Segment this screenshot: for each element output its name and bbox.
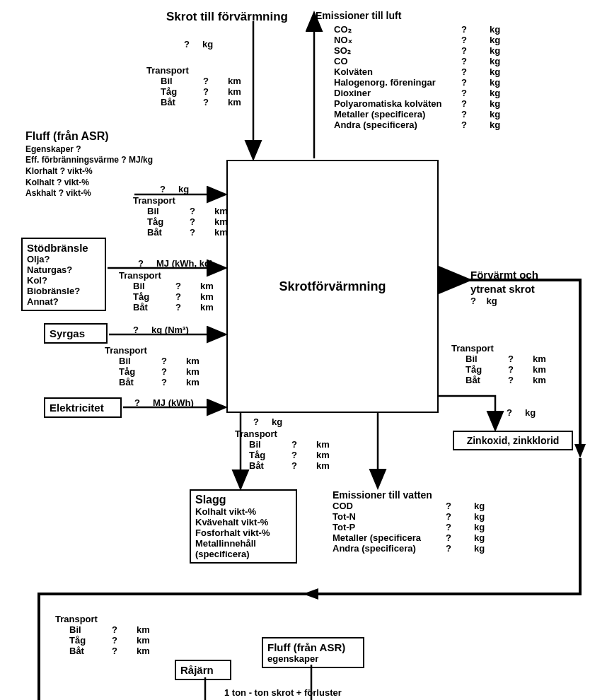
ew-unit: kg — [474, 501, 502, 511]
fluff-qty: ? kg — [160, 184, 189, 194]
stod-prop: Annat? — [27, 296, 100, 307]
ew-val: ? — [446, 511, 474, 522]
emiss-air-name: Polyaromatiska kolväten — [334, 98, 461, 109]
fluff2-title: Fluff (från ASR) — [267, 641, 359, 653]
t-unit: km — [316, 450, 345, 460]
emiss-air-val: ? — [461, 56, 490, 66]
forvarmt-unit: kg — [486, 296, 497, 306]
emiss-air-unit: kg — [490, 98, 518, 109]
svg-marker-9 — [303, 588, 318, 600]
emiss-air-name: CO — [334, 56, 461, 66]
last-transport: Transport Bil?km Tåg?km Båt?km — [55, 614, 165, 656]
t-name: Bil — [133, 281, 175, 291]
emissions-air-list: CO₂?kg NOₓ?kg SO₂?kg CO?kg Kolväten?kg H… — [334, 24, 518, 130]
stod-prop: Olja? — [27, 254, 100, 264]
t-unit: km — [137, 646, 165, 656]
svg-marker-6 — [574, 444, 586, 458]
fluff-bottom-box: Fluff (från ASR) egenskaper — [262, 637, 364, 668]
emiss-air-name: NOₓ — [334, 35, 461, 45]
ew-val: ? — [446, 501, 474, 511]
syrgas-val: ? — [133, 325, 139, 335]
emiss-air-val: ? — [461, 35, 490, 45]
emiss-air-val: ? — [461, 77, 490, 88]
emiss-air-unit: kg — [490, 88, 518, 98]
t-name: Båt — [147, 227, 190, 238]
ew-name: COD — [333, 501, 446, 511]
el-unit: MJ (kWh) — [153, 397, 194, 408]
zink-val: ? — [507, 407, 512, 418]
syrgas-transport: Transport Bil?km Tåg?km Båt?km — [105, 345, 214, 387]
emiss-air-name: Dioxiner — [334, 88, 461, 98]
t-unit: km — [228, 97, 256, 107]
emiss-air-unit: kg — [490, 24, 518, 35]
t-val: ? — [112, 624, 137, 635]
t-name: Båt — [133, 302, 175, 313]
emiss-air-name: Halogenorg. föreningar — [334, 77, 461, 88]
emiss-air-name: SO₂ — [334, 45, 461, 56]
ew-name: Metaller (specificera — [333, 532, 446, 543]
emiss-air-val: ? — [461, 109, 490, 119]
t-val: ? — [291, 439, 316, 450]
bottom-transport: Transport Bil?km Tåg?km Båt?km — [235, 428, 345, 471]
emiss-air-unit: kg — [490, 109, 518, 119]
fluff-prop: Eff. förbränningsvärme ? MJ/kg — [25, 155, 153, 166]
emissions-water: Emissioner till vatten COD?kg Tot-N?kg T… — [333, 489, 502, 554]
stod-prop: Naturgas? — [27, 264, 100, 275]
t-name: Tåg — [119, 366, 161, 377]
slag-val: ? — [253, 416, 259, 427]
slagg-prop: Kvävehalt vikt-% — [195, 517, 291, 527]
emiss-air-unit: kg — [490, 119, 518, 130]
t-unit: km — [200, 302, 229, 313]
t-unit: km — [228, 86, 256, 97]
skrot-qty: ? kg — [184, 39, 213, 49]
t-val: ? — [508, 354, 533, 364]
t-unit: km — [186, 356, 214, 366]
center-title: Skrotförvärmning — [279, 279, 386, 294]
t-unit: km — [137, 635, 165, 646]
transport-header: Transport — [119, 270, 229, 281]
t-name: Bil — [147, 206, 190, 216]
fluff-prop: Egenskaper ? — [25, 144, 153, 156]
t-name: Bil — [119, 356, 161, 366]
ew-val: ? — [446, 522, 474, 532]
syrgas-unit: kg (Nm³) — [151, 325, 189, 335]
forvarmt-val: ? — [470, 296, 476, 306]
fluff-prop: Klorhalt ? vikt-% — [25, 166, 153, 177]
zink-qty: ? kg — [507, 407, 536, 418]
slag-unit: kg — [272, 416, 282, 427]
transport-header: Transport — [105, 345, 214, 356]
rajarn-box: Råjärn — [175, 660, 231, 680]
syrgas-qty: ? kg (Nm³) — [133, 325, 189, 335]
t-name: Bil — [249, 439, 291, 450]
t-val: ? — [508, 375, 533, 385]
stod-prop: Kol? — [27, 275, 100, 286]
t-name: Bil — [466, 354, 508, 364]
el-box: Elektricitet — [44, 397, 122, 418]
ew-name: Tot-P — [333, 522, 446, 532]
forvarmt-t2: ytrenat skrot — [470, 282, 538, 296]
t-name: Tåg — [69, 635, 112, 646]
emiss-air-val: ? — [461, 119, 490, 130]
top-title: Skrot till förvärmning — [166, 10, 288, 24]
stod-title: Stödbränsle — [27, 242, 100, 254]
skrot-transport: Transport Bil?km Tåg?km Båt?km — [146, 65, 256, 107]
t-name: Bil — [69, 624, 112, 635]
t-val: ? — [190, 216, 214, 227]
slagg-prop: Fosforhalt vikt-% — [195, 527, 291, 538]
formula: 1 ton - ton skrot + förluster — [224, 687, 342, 698]
slagg-title: Slagg — [195, 494, 291, 506]
t-name: Tåg — [161, 86, 203, 97]
t-val: ? — [112, 635, 137, 646]
stod-qty: ? MJ (kWh, kg) — [138, 258, 213, 269]
forvarmt-t1: Förvärmt och — [470, 268, 538, 282]
center-box: Skrotförvärmning — [226, 160, 439, 413]
stodbransle-box: Stödbränsle Olja? Naturgas? Kol? Biobrän… — [21, 238, 106, 311]
emiss-air-val: ? — [461, 88, 490, 98]
t-unit: km — [200, 281, 229, 291]
ew-unit: kg — [474, 511, 502, 522]
t-unit: km — [533, 375, 561, 385]
t-name: Båt — [161, 97, 203, 107]
transport-header: Transport — [55, 614, 165, 624]
transport-header: Transport — [146, 65, 256, 76]
t-val: ? — [190, 206, 214, 216]
